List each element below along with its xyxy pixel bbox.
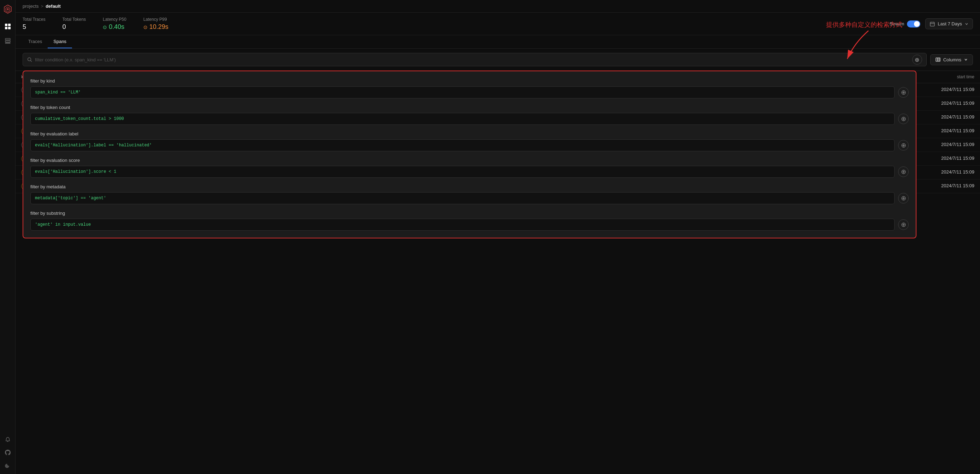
svg-rect-6 (5, 41, 10, 42)
filter-input[interactable] (35, 57, 909, 62)
breadcrumb-separator: > (41, 3, 44, 9)
latency-p99-number: 10.29s (150, 23, 169, 31)
toggle-knob (914, 21, 920, 27)
top-bar: projects > default (16, 0, 980, 13)
filter-group-eval-label: filter by evaluation label ⊕ (30, 131, 909, 151)
filter-group-eval-score: filter by evaluation score ⊕ (30, 158, 909, 178)
stat-total-traces: Total Traces 5 (22, 17, 46, 31)
svg-rect-14 (936, 58, 937, 61)
svg-rect-3 (5, 27, 7, 29)
columns-button[interactable]: Columns (930, 54, 973, 65)
search-icon (27, 57, 32, 62)
filter-token-row: ⊕ (30, 113, 909, 125)
tab-traces[interactable]: Traces (22, 35, 48, 48)
filter-metadata-row: ⊕ (30, 192, 909, 204)
stream-toggle-switch[interactable] (907, 21, 920, 27)
start-time-1: 2024/7/11 15:09 (941, 100, 974, 106)
calendar-icon (930, 22, 935, 27)
tabs-row: Traces Spans (16, 35, 980, 49)
latency-p50-label: Latency P50 (103, 17, 126, 22)
columns-label: Columns (943, 57, 961, 62)
clock-icon-green: ⊙ (103, 24, 107, 30)
sidebar-icon-moon[interactable] (4, 461, 12, 469)
filter-metadata-input[interactable] (30, 192, 894, 204)
filter-kind-row: ⊕ (30, 86, 909, 98)
start-time-2: 2024/7/11 15:09 (941, 114, 974, 120)
filter-metadata-add-button[interactable]: ⊕ (898, 193, 909, 203)
svg-rect-1 (5, 24, 7, 26)
date-range-label: Last 7 Days (938, 21, 962, 27)
stat-latency-p99: Latency P99 ⊙ 10.29s (143, 17, 169, 31)
filter-token-add-button[interactable]: ⊕ (898, 114, 909, 124)
svg-rect-5 (5, 38, 10, 40)
stat-latency-p50: Latency P50 ⊙ 0.40s (103, 17, 126, 31)
filter-eval-score-add-button[interactable]: ⊕ (898, 166, 909, 177)
tab-spans[interactable]: Spans (48, 35, 72, 48)
filter-input-wrap: ⊕ (22, 53, 927, 66)
sidebar-icon-bell[interactable] (4, 436, 12, 444)
filter-bar: ⊕ Columns (16, 49, 980, 71)
columns-icon (935, 57, 940, 62)
breadcrumb: projects > default (22, 3, 61, 9)
stream-toggle: Stream (889, 21, 920, 27)
app-container: projects > default Total Traces 5 Total … (0, 0, 980, 474)
sidebar-icon-github[interactable] (4, 449, 12, 457)
sidebar (0, 0, 16, 474)
filter-kind-input[interactable] (30, 86, 894, 98)
filter-group-kind: filter by kind ⊕ (30, 78, 909, 98)
latency-p50-value: ⊙ 0.40s (103, 23, 126, 31)
total-tokens-label: Total Tokens (62, 17, 86, 22)
filter-token-input[interactable] (30, 113, 894, 125)
filter-substring-add-button[interactable]: ⊕ (898, 219, 909, 230)
filter-kind-add-button[interactable]: ⊕ (898, 87, 909, 98)
filter-eval-label-label: filter by evaluation label (30, 131, 909, 136)
total-traces-label: Total Traces (22, 17, 46, 22)
breadcrumb-parent[interactable]: projects (22, 3, 39, 9)
columns-chevron-icon (964, 58, 968, 61)
filter-eval-score-input[interactable] (30, 166, 894, 178)
filter-token-label: filter by token count (30, 105, 909, 110)
start-time-7: 2024/7/11 15:09 (941, 183, 974, 188)
date-range-button[interactable]: Last 7 Days (925, 18, 973, 29)
total-traces-value: 5 (22, 23, 46, 31)
svg-rect-4 (8, 27, 11, 29)
start-time-0: 2024/7/11 15:09 (941, 87, 974, 92)
filter-add-button[interactable]: ⊕ (912, 55, 922, 65)
filter-group-metadata: filter by metadata ⊕ (30, 184, 909, 204)
svg-rect-15 (937, 58, 939, 61)
latency-p99-label: Latency P99 (143, 17, 169, 22)
stat-total-tokens: Total Tokens 0 (62, 17, 86, 31)
filter-eval-score-row: ⊕ (30, 166, 909, 178)
filter-eval-score-label: filter by evaluation score (30, 158, 909, 163)
svg-point-0 (7, 8, 8, 10)
filter-eval-label-row: ⊕ (30, 139, 909, 151)
total-tokens-value: 0 (62, 23, 86, 31)
latency-p99-value: ⊙ 10.29s (143, 23, 169, 31)
start-time-6: 2024/7/11 15:09 (941, 169, 974, 174)
filter-eval-label-add-button[interactable]: ⊕ (898, 140, 909, 151)
svg-rect-7 (5, 43, 10, 43)
filter-kind-label: filter by kind (30, 78, 909, 84)
filter-dropdown: filter by kind ⊕ filter by token count ⊕ (22, 71, 916, 238)
sidebar-bottom (4, 436, 12, 474)
filter-substring-label: filter by substring (30, 211, 909, 216)
chevron-down-icon (965, 22, 968, 26)
start-time-5: 2024/7/11 15:09 (941, 155, 974, 161)
sidebar-icon-layers[interactable] (4, 36, 12, 44)
svg-rect-2 (8, 24, 11, 26)
latency-p50-number: 0.40s (109, 23, 124, 31)
filter-eval-label-input[interactable] (30, 139, 894, 151)
svg-point-12 (28, 58, 31, 61)
breadcrumb-current: default (46, 3, 61, 9)
stats-row: Total Traces 5 Total Tokens 0 Latency P5… (16, 13, 980, 35)
svg-line-13 (31, 61, 32, 62)
filter-substring-input[interactable] (30, 219, 894, 231)
filter-group-substring: filter by substring ⊕ (30, 211, 909, 231)
header-right: Stream Last 7 Days (889, 18, 973, 29)
start-time-4: 2024/7/11 15:09 (941, 142, 974, 147)
clock-icon-orange: ⊙ (143, 24, 148, 30)
sidebar-icon-grid[interactable] (4, 22, 12, 30)
filter-substring-row: ⊕ (30, 219, 909, 231)
app-logo (3, 4, 13, 14)
svg-rect-16 (939, 58, 940, 61)
